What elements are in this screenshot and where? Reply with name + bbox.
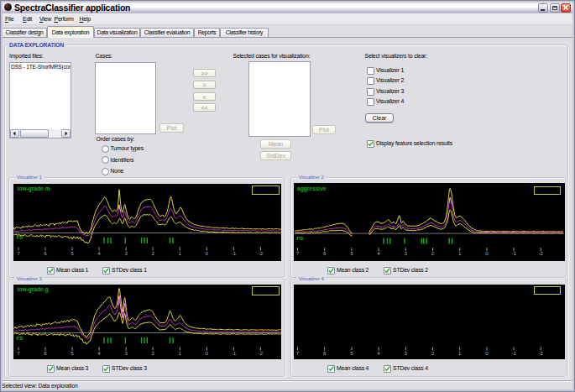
svg-text:6: 6 [44, 250, 47, 256]
svg-text:0: 0 [206, 250, 209, 256]
svg-text:4: 4 [97, 250, 101, 256]
svg-text:5: 5 [350, 250, 353, 256]
svg-text:-2: -2 [539, 350, 544, 356]
svg-text:-2: -2 [259, 350, 264, 356]
svg-text:7: 7 [17, 250, 20, 256]
svg-text:2: 2 [151, 350, 154, 356]
svg-text:1: 1 [179, 350, 182, 356]
svg-text:5: 5 [71, 350, 74, 356]
svg-text:0: 0 [485, 350, 489, 356]
svg-text:5: 5 [71, 250, 74, 256]
svg-text:0: 0 [206, 350, 209, 356]
svg-text:7: 7 [296, 250, 300, 256]
svg-text:4: 4 [377, 350, 380, 356]
svg-text:2: 2 [431, 350, 435, 356]
svg-text:-1: -1 [511, 250, 516, 256]
svg-text:3: 3 [405, 250, 408, 256]
svg-text:-1: -1 [232, 250, 237, 256]
svg-text:6: 6 [44, 350, 47, 356]
svg-text:1: 1 [458, 350, 462, 356]
svg-text:7: 7 [17, 350, 20, 356]
svg-text:2: 2 [431, 250, 435, 256]
svg-text:4: 4 [97, 350, 101, 356]
svg-text:4: 4 [377, 250, 380, 256]
svg-text:1: 1 [179, 250, 182, 256]
svg-text:6: 6 [323, 350, 327, 356]
svg-text:3: 3 [124, 350, 128, 356]
svg-text:3: 3 [124, 250, 128, 256]
svg-text:-1: -1 [232, 350, 237, 356]
svg-text:7: 7 [296, 350, 300, 356]
svg-text:6: 6 [323, 250, 327, 256]
svg-text:5: 5 [350, 350, 353, 356]
svg-text:-1: -1 [511, 350, 516, 356]
svg-text:3: 3 [405, 350, 408, 356]
svg-text:1: 1 [458, 250, 462, 256]
svg-text:2: 2 [151, 250, 154, 256]
svg-text:-2: -2 [259, 250, 264, 256]
svg-text:0: 0 [485, 250, 489, 256]
svg-text:-2: -2 [539, 250, 544, 256]
